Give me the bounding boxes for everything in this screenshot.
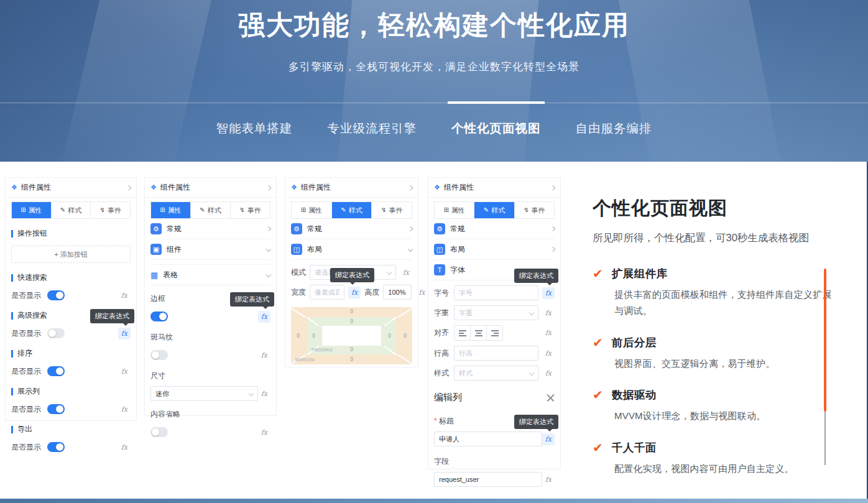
align-left-button[interactable] bbox=[455, 326, 471, 340]
component-icon: ❖ bbox=[150, 184, 157, 191]
chevron-right-icon bbox=[550, 247, 555, 252]
collapse-chevron-icon[interactable] bbox=[266, 185, 271, 190]
tab-attributes[interactable]: ⊞ 属性 bbox=[151, 202, 191, 218]
font-size-input[interactable] bbox=[454, 285, 538, 300]
tab-attributes[interactable]: ⊞ 属性 bbox=[292, 202, 332, 218]
fx-bind-button[interactable]: fx bbox=[118, 404, 131, 415]
panel-header: ❖ 组件属性 bbox=[6, 178, 136, 198]
font-style-select[interactable]: 样式 bbox=[454, 366, 538, 381]
feature-item: ✔ 千人千面 配置化实现，视图内容可由用户自主定义。 bbox=[593, 440, 835, 474]
collapse-chevron-icon[interactable] bbox=[126, 185, 131, 190]
tab-event[interactable]: ↯ 事件 bbox=[231, 202, 270, 218]
panel-tab-bar: ⊞ 属性 ✎ 样式 ↯ 事件 bbox=[11, 201, 131, 219]
tab-style[interactable]: ✎ 样式 bbox=[191, 202, 231, 218]
export-toggle[interactable] bbox=[47, 442, 65, 452]
tab-attributes[interactable]: ⊞ 属性 bbox=[435, 202, 474, 218]
fx-bind-button[interactable]: fx bbox=[258, 427, 270, 438]
field-content-ellipsis: 内容省略 fx bbox=[150, 409, 270, 440]
tab-event[interactable]: ↯ 事件 bbox=[91, 202, 130, 218]
align-right-button[interactable] bbox=[487, 326, 502, 340]
fx-bind-button[interactable]: fx bbox=[415, 287, 428, 298]
width-input[interactable] bbox=[310, 285, 344, 300]
fx-bind-button[interactable]: fx bbox=[542, 307, 555, 319]
collapse-row-general[interactable]: ⚙ 常规 bbox=[434, 219, 555, 239]
tab-style[interactable]: ✎ 样式 bbox=[332, 202, 372, 218]
tab-process-engine[interactable]: 专业级流程引擎 bbox=[326, 117, 418, 140]
fx-bind-button[interactable]: fx bbox=[348, 287, 361, 298]
feature-item-title: 数据驱动 bbox=[612, 387, 657, 402]
row-label: 布局 bbox=[450, 244, 465, 255]
feature-item: ✔ 扩展组件库 提供丰富的页面模板和组件，支持组件库自定义扩展与调试。 bbox=[593, 266, 835, 319]
tab-style[interactable]: ✎ 样式 bbox=[474, 202, 514, 218]
scrollbar-thumb[interactable] bbox=[824, 269, 826, 412]
font-weight-select[interactable]: 字重 bbox=[454, 305, 538, 320]
gear-icon: ⚙ bbox=[150, 223, 162, 234]
chevron-down-icon bbox=[529, 310, 533, 315]
height-input[interactable] bbox=[383, 285, 412, 300]
collapse-row-layout[interactable]: ◫ 布局 bbox=[291, 239, 412, 260]
close-icon[interactable] bbox=[547, 394, 555, 402]
check-icon: ✔ bbox=[593, 389, 603, 401]
section-sort: 排序 bbox=[11, 348, 131, 359]
collapse-row-table[interactable]: ▦ 表格 bbox=[150, 264, 270, 285]
event-icon: ↯ bbox=[524, 207, 529, 213]
scrollbar-track[interactable] bbox=[824, 412, 826, 465]
size-select[interactable]: 迷你 bbox=[150, 386, 258, 401]
section-label: 展示列 bbox=[17, 386, 40, 397]
tab-service-orchestration[interactable]: 自由服务编排 bbox=[575, 117, 653, 140]
collapse-row-general[interactable]: ⚙ 常规 bbox=[291, 219, 412, 239]
row-label: 组件 bbox=[167, 244, 182, 255]
property-panel-table-view: ❖ 组件属性 ⊞ 属性 ✎ 样式 ↯ 事件 操作按钮 bbox=[5, 177, 137, 421]
layout-icon: ◫ bbox=[434, 244, 445, 255]
attributes-icon: ⊞ bbox=[301, 207, 306, 213]
align-center-button[interactable] bbox=[471, 326, 487, 340]
fx-bind-button[interactable]: fx bbox=[542, 348, 555, 359]
add-button-button[interactable]: + 添加按钮 bbox=[11, 246, 131, 263]
layout-icon: ◫ bbox=[291, 244, 302, 255]
quick-search-toggle[interactable] bbox=[47, 290, 65, 300]
padding-top-value: 0 bbox=[350, 319, 353, 325]
collapse-row-general[interactable]: ⚙ 常规 bbox=[150, 219, 270, 239]
fx-bind-button[interactable]: fx bbox=[118, 441, 131, 453]
fx-bind-button[interactable]: fx bbox=[542, 474, 555, 486]
border-toggle[interactable] bbox=[150, 311, 168, 321]
tab-event[interactable]: ↯ 事件 bbox=[372, 202, 412, 218]
tab-style[interactable]: ✎ 样式 bbox=[52, 202, 91, 218]
collapse-row-component[interactable]: ▣ 组件 bbox=[150, 239, 270, 260]
section-label: 高级搜索 bbox=[17, 310, 47, 321]
fx-bind-button[interactable]: fx bbox=[542, 287, 555, 299]
fx-bind-button[interactable]: fx bbox=[542, 433, 555, 445]
stripe-toggle[interactable] bbox=[150, 350, 168, 360]
fx-bind-button[interactable]: fx bbox=[118, 290, 131, 302]
collapse-chevron-icon[interactable] bbox=[550, 185, 555, 190]
section-display-columns: 展示列 bbox=[11, 386, 131, 397]
collapse-chevron-icon[interactable] bbox=[408, 185, 413, 190]
ellipsis-toggle[interactable] bbox=[150, 427, 168, 437]
fx-bind-button[interactable]: fx bbox=[258, 349, 270, 361]
tab-page-view[interactable]: 个性化页面视图 bbox=[450, 117, 542, 140]
fx-bind-button[interactable]: fx bbox=[258, 388, 270, 400]
field-border: 边框 绑定表达式 fx bbox=[150, 293, 270, 324]
fx-bind-button[interactable]: fx bbox=[118, 328, 131, 339]
line-height-input[interactable] bbox=[454, 346, 538, 361]
fx-bind-button[interactable]: fx bbox=[542, 367, 555, 379]
box-model-content bbox=[322, 326, 381, 346]
sort-toggle[interactable] bbox=[47, 366, 65, 376]
fx-bind-button[interactable]: fx bbox=[400, 267, 412, 279]
fx-bind-button[interactable]: fx bbox=[258, 311, 270, 323]
tab-event[interactable]: ↯ 事件 bbox=[515, 202, 554, 218]
fx-bind-button[interactable]: fx bbox=[118, 366, 131, 377]
columns-toggle[interactable] bbox=[47, 404, 65, 414]
chevron-down-icon bbox=[386, 270, 391, 275]
fx-bind-button[interactable]: fx bbox=[542, 327, 555, 339]
advanced-search-toggle[interactable] bbox=[47, 328, 65, 338]
page-title: 强大功能，轻松构建个性化应用 bbox=[0, 0, 868, 42]
bind-expression-tooltip: 绑定表达式 bbox=[514, 415, 558, 429]
column-title-input[interactable] bbox=[434, 431, 542, 446]
tab-smart-form[interactable]: 智能表单搭建 bbox=[215, 117, 294, 140]
column-field-input[interactable] bbox=[434, 472, 542, 487]
panel-header: ❖ 组件属性 bbox=[428, 178, 560, 198]
collapse-row-layout[interactable]: ◫ 布局 bbox=[434, 239, 555, 260]
tab-attributes[interactable]: ⊞ 属性 bbox=[12, 202, 52, 218]
show-label: 是否显示 bbox=[11, 328, 41, 339]
